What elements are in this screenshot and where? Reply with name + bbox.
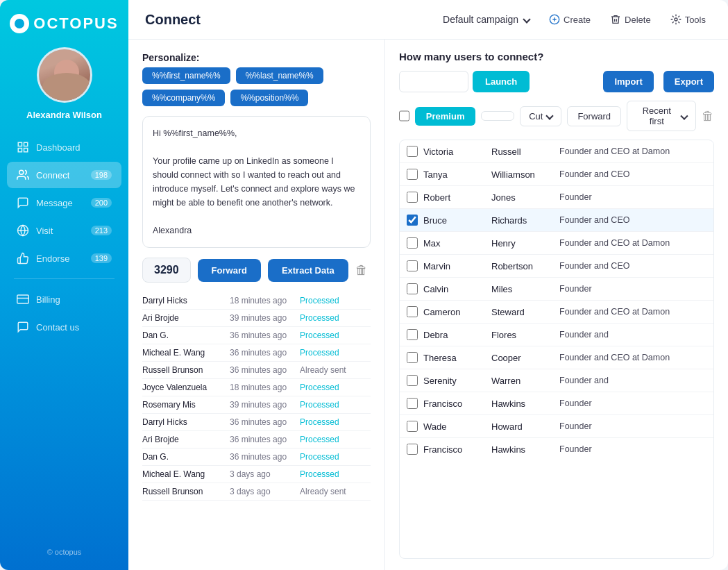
sidebar-item-contact[interactable]: Contact us [7, 314, 121, 340]
row-title: Founder [559, 399, 706, 408]
row-title: Founder and [559, 330, 706, 340]
select-all-checkbox[interactable] [399, 110, 409, 121]
sidebar-item-billing[interactable]: Billing [7, 286, 121, 312]
row-last-name: Henry [491, 238, 554, 249]
log-name: Ari Brojde [142, 435, 226, 444]
log-name: Micheal E. Wang [142, 348, 226, 358]
row-title: Founder and CEO at Damon [559, 353, 706, 362]
table-row: Debra Flores Founder and [400, 324, 713, 346]
sidebar-item-visit[interactable]: Visit 213 [7, 217, 121, 244]
campaign-selector[interactable]: Default campaign [443, 14, 530, 25]
forward-filter-button[interactable]: Forward [567, 106, 621, 126]
tools-button[interactable]: Tools [665, 11, 711, 28]
sidebar-item-message[interactable]: Message 200 [7, 190, 121, 216]
log-status: Processed [300, 383, 339, 392]
tag-first-name[interactable]: %%first_name%% [142, 67, 230, 84]
sidebar-item-connect[interactable]: Connect 198 [7, 162, 121, 188]
clear-table-button[interactable]: 🗑 [702, 109, 714, 124]
row-checkbox[interactable] [407, 421, 418, 432]
log-status: Processed [300, 469, 339, 479]
log-status: Processed [300, 417, 339, 427]
delete-button[interactable]: Delete [604, 11, 657, 28]
row-title: Founder and CEO at Damon [559, 146, 706, 156]
premium-filter-button[interactable]: Premium [415, 107, 476, 126]
endorse-icon [17, 252, 29, 265]
row-checkbox[interactable] [407, 169, 418, 180]
row-title: Founder [559, 444, 706, 454]
row-checkbox[interactable] [407, 146, 418, 157]
cut-button[interactable]: Cut [520, 106, 561, 126]
table-row: Max Henry Founder and CEO at Damon [400, 232, 713, 255]
count-display: 3290 [142, 258, 191, 283]
user-table: Victoria Russell Founder and CEO at Damo… [399, 140, 714, 559]
table-row: Bruce Richards Founder and CEO [400, 209, 713, 232]
delete-log-button[interactable]: 🗑 [355, 263, 368, 278]
tag-company[interactable]: %%company%% [142, 90, 225, 106]
row-checkbox[interactable] [407, 306, 418, 317]
message-icon [17, 196, 29, 209]
personalize-tags: %%first_name%% %%last_name%% %%company%%… [142, 67, 371, 106]
log-item: Rosemary Mis 39 minutes ago Processed [142, 396, 371, 414]
message-editor[interactable]: Hi %%first_name%%, Your profile came up … [142, 116, 371, 248]
log-time: 36 minutes ago [230, 452, 296, 462]
row-last-name: Williamson [491, 169, 554, 180]
row-checkbox[interactable] [407, 215, 418, 226]
row-checkbox[interactable] [407, 283, 418, 294]
log-name: Darryl Hicks [142, 417, 226, 427]
personalize-label: Personalize: [142, 52, 371, 63]
logo-icon [10, 14, 29, 33]
recent-sort-button[interactable]: Recent first [627, 101, 696, 131]
sidebar-item-endorse[interactable]: Endorse 139 [7, 245, 121, 271]
tag-last-name[interactable]: %%last_name%% [236, 67, 323, 84]
activity-log: Darryl Hicks 18 minutes ago Processed Ar… [142, 292, 371, 558]
table-row: Victoria Russell Founder and CEO at Damo… [400, 140, 713, 163]
row-checkbox[interactable] [407, 192, 418, 203]
log-time: 36 minutes ago [230, 435, 296, 444]
log-status: Processed [300, 313, 339, 323]
row-first-name: Max [423, 238, 486, 249]
tag-position[interactable]: %%position%% [230, 90, 308, 106]
table-row: Cameron Steward Founder and CEO at Damon [400, 301, 713, 324]
row-title: Founder [559, 421, 706, 431]
campaign-name: Default campaign [443, 14, 518, 25]
avatar-image [39, 49, 90, 101]
log-item: Darryl Hicks 36 minutes ago Processed [142, 414, 371, 431]
log-status: Processed [300, 400, 339, 410]
export-button[interactable]: Export [663, 71, 714, 92]
row-last-name: Richards [491, 215, 554, 226]
contact-icon [17, 321, 29, 333]
row-checkbox[interactable] [407, 329, 418, 340]
row-title: Founder [559, 192, 706, 202]
sidebar-item-label: Billing [36, 294, 60, 305]
row-checkbox[interactable] [407, 237, 418, 249]
row-first-name: Calvin [423, 284, 486, 294]
svg-point-12 [675, 18, 677, 21]
cut-input[interactable] [481, 111, 514, 121]
forward-button[interactable]: Forward [198, 259, 261, 282]
row-checkbox[interactable] [407, 352, 418, 363]
log-name: Rosemary Mis [142, 400, 226, 410]
delete-icon [610, 14, 621, 25]
extract-data-button[interactable]: Extract Data [268, 259, 348, 282]
table-row: Serenity Warren Founder and [400, 369, 713, 392]
topbar-actions: Create Delete Tools [543, 11, 711, 28]
recent-chevron-icon [681, 112, 688, 120]
user-count-input[interactable] [399, 71, 468, 92]
row-checkbox[interactable] [407, 375, 418, 386]
delete-label: Delete [625, 15, 651, 25]
log-time: 36 minutes ago [230, 348, 296, 358]
page-title: Connect [145, 12, 443, 28]
log-time: 36 minutes ago [230, 365, 296, 375]
create-button[interactable]: Create [543, 11, 596, 28]
row-checkbox[interactable] [407, 398, 418, 409]
svg-rect-3 [24, 149, 28, 152]
sidebar-item-label: Contact us [36, 322, 79, 333]
launch-button[interactable]: Launch [473, 71, 530, 92]
sidebar-item-label: Endorse [36, 253, 69, 264]
table-row: Theresa Cooper Founder and CEO at Damon [400, 346, 713, 369]
row-checkbox[interactable] [407, 260, 418, 271]
row-checkbox[interactable] [407, 444, 418, 455]
import-button[interactable]: Import [603, 71, 653, 92]
log-time: 3 days ago [230, 487, 296, 496]
sidebar-item-dashboard[interactable]: Dashboard [7, 134, 121, 160]
